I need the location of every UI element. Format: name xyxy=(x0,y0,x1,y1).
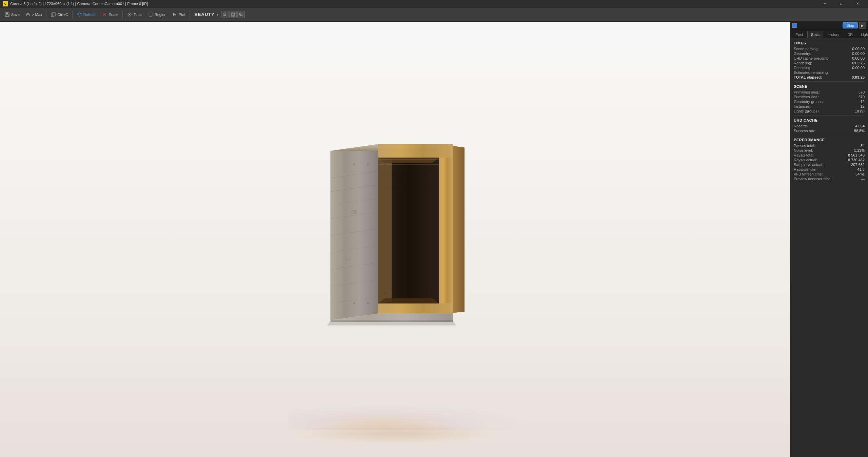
svg-line-12 xyxy=(225,15,226,16)
estimated-label: Estimated remaining: xyxy=(794,70,829,75)
erase-button[interactable]: Erase xyxy=(99,9,121,20)
geometry-groups-label: Geometry groups: xyxy=(794,100,824,104)
copy-button[interactable]: Ctrl+C xyxy=(48,9,70,20)
stats-panel-content: TIMES Scene parsing: 0:00:00 Geometry: 0… xyxy=(790,38,868,457)
svg-marker-52 xyxy=(378,303,453,313)
max-button[interactable]: > Max xyxy=(23,9,44,20)
minimize-button[interactable]: ─ xyxy=(817,0,833,7)
rendering-value: 0:03:25 xyxy=(852,61,865,65)
svg-marker-51 xyxy=(378,144,453,158)
stats-vfb-refresh: VFB refresh time: 54ms xyxy=(794,172,865,176)
window-controls: ─ □ ✕ xyxy=(817,0,865,7)
pick-button[interactable]: Pick xyxy=(170,9,188,20)
refresh-button[interactable]: Refresh xyxy=(74,9,99,20)
svg-marker-55 xyxy=(378,158,392,303)
total-elapsed-label: TOTAL elapsed: xyxy=(794,75,822,79)
stop-button[interactable]: Stop xyxy=(843,22,858,28)
stats-rays-actual: Rays/s actual: 8 730 482 xyxy=(794,158,865,162)
maximize-button[interactable]: □ xyxy=(833,0,849,7)
zoom-fit-button[interactable] xyxy=(229,11,237,18)
stats-noise-level: Noise level: 1,13% xyxy=(794,148,865,152)
times-header: TIMES xyxy=(794,41,865,45)
noise-level-label: Noise level: xyxy=(794,148,813,152)
success-rate-label: Success rate: xyxy=(794,129,816,133)
region-icon xyxy=(148,12,153,17)
copy-label: Ctrl+C xyxy=(57,13,68,17)
rays-total-value: 8 561 348 xyxy=(848,153,865,157)
samples-actual-label: Samples/s actual: xyxy=(794,163,823,167)
records-value: 4 054 xyxy=(855,124,865,128)
estimated-value: — xyxy=(861,70,865,75)
render-viewport[interactable] xyxy=(0,22,790,457)
zoom-minus-button[interactable] xyxy=(221,11,229,18)
separator-3 xyxy=(122,11,123,19)
stats-lights: Lights (groups): 18 (9) xyxy=(794,109,865,113)
refresh-label: Refresh xyxy=(83,13,97,17)
performance-header: PERFORMANCE xyxy=(794,138,865,142)
svg-marker-53 xyxy=(453,146,465,313)
separator-1 xyxy=(46,11,46,19)
rays-sample-label: Rays/sample: xyxy=(794,167,816,171)
rays-actual-label: Rays/s actual: xyxy=(794,158,817,162)
save-button[interactable]: Save xyxy=(2,9,22,20)
noise-level-value: 1,13% xyxy=(854,148,865,152)
beauty-label: BEAUTY xyxy=(194,12,214,17)
divider-3 xyxy=(794,135,865,135)
zoom-plus-button[interactable] xyxy=(237,11,245,18)
panel-top-bar: Stop ▶ xyxy=(790,22,868,29)
svg-point-71 xyxy=(384,292,386,294)
tab-stats[interactable]: Stats xyxy=(807,31,823,38)
save-label: Save xyxy=(11,13,20,17)
play-button[interactable]: ▶ xyxy=(859,22,866,29)
tab-post[interactable]: Post xyxy=(792,31,807,38)
stats-rays-total: Rays/s total: 8 561 348 xyxy=(794,153,865,157)
tools-label: Tools xyxy=(134,13,142,17)
separator-4 xyxy=(190,11,190,19)
svg-point-72 xyxy=(432,292,433,294)
region-button[interactable]: Region xyxy=(145,9,169,20)
stats-records: Records: 4 054 xyxy=(794,124,865,128)
scene-parsing-label: Scene parsing: xyxy=(794,47,818,51)
svg-marker-50 xyxy=(439,146,453,313)
tab-lightmix[interactable]: LightMix xyxy=(857,31,868,38)
status-indicator-blue xyxy=(792,23,797,28)
pick-icon xyxy=(172,12,177,17)
passes-total-label: Passes total: xyxy=(794,144,815,148)
refresh-icon xyxy=(77,12,82,17)
toolbar: Save > Max Ctrl+C xyxy=(0,7,868,22)
stats-geometry-groups: Geometry groups: 12 xyxy=(794,100,865,104)
stats-success-rate: Success rate: 88,8% xyxy=(794,129,865,133)
primitives-uniq-label: Primitives uniq.: xyxy=(794,90,820,94)
rays-total-label: Rays/s total: xyxy=(794,153,814,157)
floor-shadow xyxy=(293,423,497,443)
svg-rect-9 xyxy=(149,13,152,16)
right-panel: Stop ▶ Post Stats History DR LightMix TI… xyxy=(790,22,868,457)
scene-header: SCENE xyxy=(794,84,865,88)
stats-preview-denoiser: Preview denoiser time: — xyxy=(794,177,865,181)
tab-history[interactable]: History xyxy=(824,31,843,38)
svg-point-65 xyxy=(353,163,355,165)
separator-2 xyxy=(72,11,73,19)
geometry-value: 0:00:00 xyxy=(852,51,865,56)
titlebar: C Corona 5 (Hotfix 2) | 1723×969px (1:1)… xyxy=(0,0,868,7)
svg-point-67 xyxy=(367,163,369,165)
stats-instances: Instances: 12 xyxy=(794,104,865,108)
stats-scene-parsing: Scene parsing: 0:00:00 xyxy=(794,47,865,51)
stats-passes-total: Passes total: 34 xyxy=(794,144,865,148)
tab-dr[interactable]: DR xyxy=(844,31,856,38)
beauty-dropdown-arrow[interactable]: ▼ xyxy=(216,13,219,16)
svg-rect-2 xyxy=(6,15,8,16)
primitives-uniq-value: 370 xyxy=(859,90,865,94)
svg-marker-57 xyxy=(378,298,439,303)
window-title: Corona 5 (Hotfix 2) | 1723×969px (1:1) |… xyxy=(10,2,817,6)
svg-point-8 xyxy=(129,14,130,15)
close-button[interactable]: ✕ xyxy=(850,0,865,7)
primitives-inst-value: 370 xyxy=(859,95,865,99)
stats-primitives-uniq: Primitives uniq.: 370 xyxy=(794,90,865,94)
stats-primitives-inst: Primitives inst.: 370 xyxy=(794,95,865,99)
lights-value: 18 (9) xyxy=(855,109,865,113)
svg-point-69 xyxy=(384,163,386,165)
svg-rect-14 xyxy=(232,14,234,16)
tools-button[interactable]: Tools xyxy=(124,9,145,20)
stats-geometry: Geometry: 0:00:00 xyxy=(794,51,865,56)
